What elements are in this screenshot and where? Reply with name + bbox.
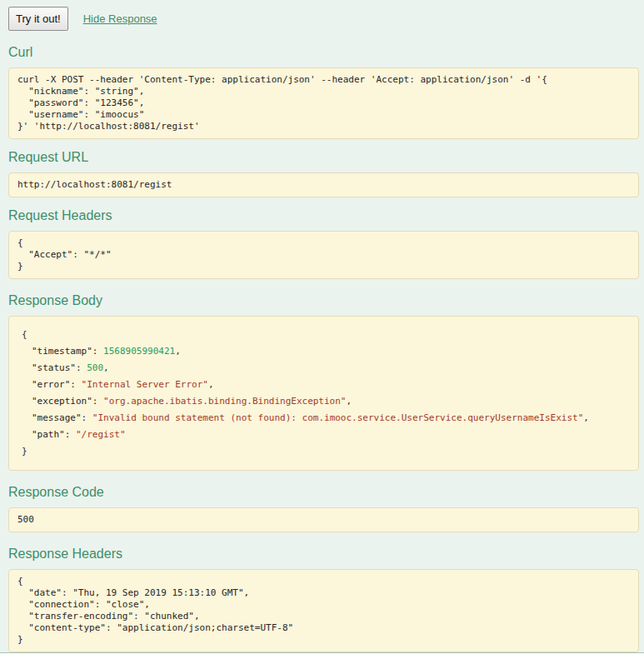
response-headers-heading: Response Headers	[8, 546, 639, 562]
json-line: "timestamp": 1568905990421,	[22, 343, 626, 360]
try-it-out-button[interactable]: Try it out!	[8, 7, 68, 31]
response-body-heading: Response Body	[8, 292, 639, 308]
json-line: "status": 500,	[22, 360, 626, 377]
json-line: "exception": "org.apache.ibatis.binding.…	[22, 393, 626, 410]
curl-heading: Curl	[8, 44, 639, 60]
response-panel: Try it out! Hide Response Curl curl -X P…	[0, 0, 644, 653]
response-code-block: 500	[8, 507, 639, 532]
curl-command-block: curl -X POST --header 'Content-Type: app…	[8, 67, 639, 139]
hide-response-link[interactable]: Hide Response	[83, 12, 157, 25]
request-headers-block: { "Accept": "*/*" }	[8, 231, 639, 279]
response-body-json: {"timestamp": 1568905990421,"status": 50…	[8, 316, 639, 471]
json-line: "message": "Invalid bound statement (not…	[22, 410, 626, 427]
json-line: "error": "Internal Server Error",	[22, 377, 626, 393]
request-headers-heading: Request Headers	[8, 207, 639, 223]
request-url-block: http://localhost:8081/regist	[8, 172, 639, 197]
response-code-heading: Response Code	[8, 484, 639, 500]
toolbar: Try it out! Hide Response	[8, 7, 639, 31]
json-line: {	[22, 327, 626, 343]
request-url-heading: Request URL	[8, 149, 639, 165]
json-line: "path": "/regist"	[22, 427, 626, 443]
response-headers-block: { "date": "Thu, 19 Sep 2019 15:13:10 GMT…	[8, 569, 639, 652]
json-line: }	[22, 443, 626, 460]
